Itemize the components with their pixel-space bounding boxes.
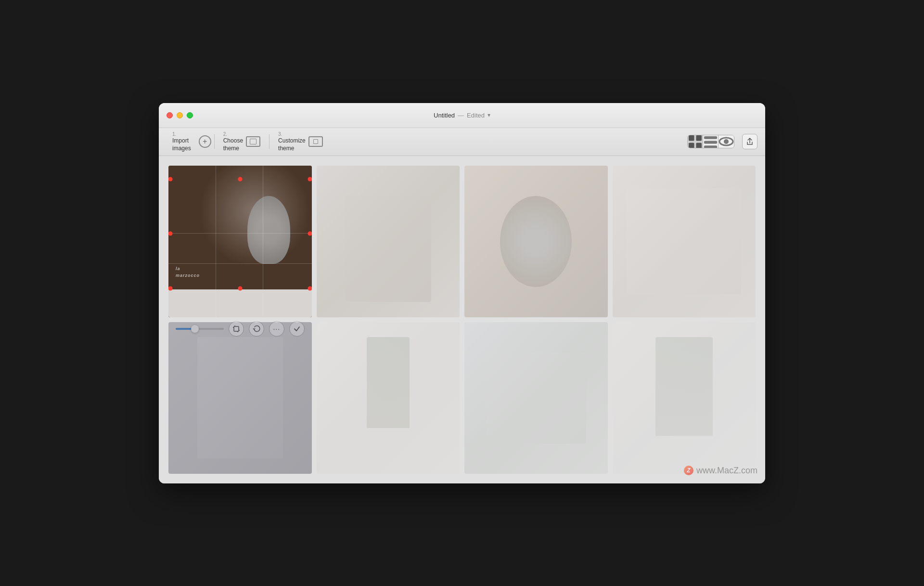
- main-content: lamarzocco: [159, 156, 765, 483]
- watermark: Z www.MacZ.com: [684, 466, 757, 476]
- image-1-inner: lamarzocco: [168, 166, 312, 317]
- image-3-photo: [464, 166, 608, 317]
- grid-icon: [688, 135, 703, 148]
- title-dropdown-icon[interactable]: ▾: [488, 112, 490, 118]
- image-cell-4[interactable]: [613, 166, 756, 317]
- window-title-area: Untitled — Edited ▾: [434, 112, 490, 119]
- image-4-photo: [613, 166, 756, 317]
- svg-rect-6: [704, 145, 717, 148]
- image-cell-1[interactable]: lamarzocco: [168, 166, 312, 317]
- crop-handle-top-right[interactable]: [308, 177, 312, 181]
- crop-handle-top-left[interactable]: [168, 177, 173, 181]
- step-1-label: 1. Importimages: [172, 131, 191, 152]
- add-images-button[interactable]: +: [199, 135, 211, 148]
- theme-icon-inner: [250, 139, 257, 144]
- image-6-photo: [317, 322, 460, 474]
- toolbar-separator-1: [214, 134, 215, 149]
- step-3-name: Customizetheme: [278, 137, 306, 152]
- svg-rect-1: [696, 135, 702, 141]
- svg-point-8: [724, 139, 729, 144]
- crop-handle-bottom-left[interactable]: [168, 286, 173, 290]
- image-cell-3[interactable]: [464, 166, 608, 317]
- svg-rect-0: [689, 135, 694, 141]
- crop-handle-mid-right[interactable]: [308, 232, 312, 236]
- view-toggle-group: [687, 135, 734, 148]
- svg-rect-3: [696, 143, 702, 148]
- svg-rect-2: [689, 143, 694, 148]
- step-3-customize-theme[interactable]: 3. Customizetheme: [272, 129, 329, 154]
- toolbar-separator-2: [269, 134, 270, 149]
- step-1-name: Importimages: [172, 137, 191, 152]
- image-cell-2[interactable]: [317, 166, 460, 317]
- image-cell-5[interactable]: [168, 322, 312, 474]
- close-button[interactable]: [167, 112, 173, 118]
- step-2-icon: [246, 136, 260, 147]
- step-2-name: Choosetheme: [223, 137, 243, 152]
- step-2-number: 2.: [223, 131, 243, 137]
- image-cell-6[interactable]: [317, 322, 460, 474]
- image-cell-8[interactable]: [613, 322, 756, 474]
- step-3-label: 3. Customizetheme: [278, 131, 306, 152]
- step-2-choose-theme[interactable]: 2. Choosetheme: [218, 129, 266, 154]
- crop-handle-top-center[interactable]: [238, 177, 242, 181]
- titlebar: Untitled — Edited ▾: [159, 103, 765, 128]
- image-cell-7[interactable]: [464, 322, 608, 474]
- image-1-caption: [168, 289, 312, 317]
- minimize-button[interactable]: [177, 112, 183, 118]
- image-5-photo: [168, 322, 312, 474]
- watermark-logo: Z: [684, 466, 693, 475]
- crop-handle-bottom-right[interactable]: [308, 286, 312, 290]
- step-3-icon: [308, 136, 323, 147]
- image-grid: lamarzocco: [168, 166, 756, 474]
- image-8-photo: [613, 322, 756, 474]
- crop-handle-bottom-center[interactable]: [238, 286, 242, 290]
- svg-rect-4: [704, 136, 717, 139]
- svg-rect-5: [704, 141, 717, 143]
- share-button[interactable]: [742, 134, 757, 149]
- image-7-photo: [464, 322, 608, 474]
- share-icon: [746, 138, 754, 145]
- maximize-button[interactable]: [187, 112, 193, 118]
- traffic-lights: [167, 112, 193, 118]
- list-icon: [703, 135, 718, 148]
- app-window: Untitled — Edited ▾ 1. Importimages + 2.…: [159, 103, 765, 483]
- view-list-button[interactable]: [703, 135, 719, 148]
- step-2-label: 2. Choosetheme: [223, 131, 243, 152]
- toolbar-right: [687, 134, 757, 149]
- eye-icon: [719, 135, 734, 148]
- view-preview-button[interactable]: [719, 135, 734, 148]
- image-2-photo: [317, 166, 460, 317]
- step-3-number: 3.: [278, 131, 306, 137]
- toolbar: 1. Importimages + 2. Choosetheme 3. Cust…: [159, 128, 765, 156]
- window-subtitle: Edited: [467, 112, 485, 119]
- crop-handle-mid-left[interactable]: [168, 232, 173, 236]
- step-1-number: 1.: [172, 131, 191, 137]
- step-1-import[interactable]: 1. Importimages: [167, 129, 197, 154]
- title-separator: —: [458, 112, 464, 119]
- watermark-text: www.MacZ.com: [696, 466, 757, 476]
- customize-icon-inner: [313, 139, 318, 144]
- window-title: Untitled: [434, 112, 455, 119]
- view-grid-button[interactable]: [688, 135, 703, 148]
